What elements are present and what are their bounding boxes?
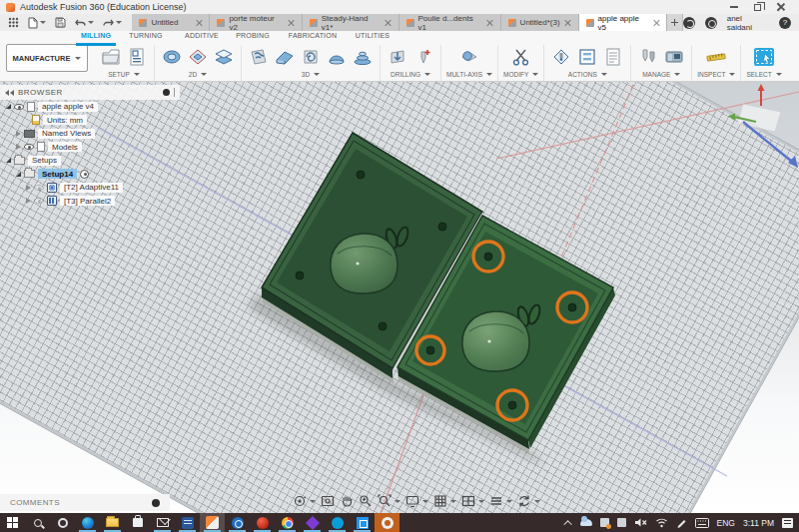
- visibility-eye-icon[interactable]: [24, 144, 34, 150]
- group-label-2d[interactable]: 2D: [189, 71, 207, 78]
- machine-library-button[interactable]: [662, 46, 686, 68]
- tree-item-setups[interactable]: Setups: [0, 154, 180, 168]
- viewports-button[interactable]: [461, 494, 484, 508]
- panel-options-icon[interactable]: [163, 89, 170, 96]
- notification-badge-app-icon[interactable]: [600, 518, 609, 527]
- tree-item-document[interactable]: apple apple v4: [0, 100, 180, 114]
- tree-item-parallel2[interactable]: [T3] Parallel2: [0, 195, 180, 209]
- taskbar-search-button[interactable]: [25, 513, 50, 532]
- fit-button[interactable]: [378, 494, 400, 508]
- modify-scissors-button[interactable]: [509, 46, 533, 68]
- multi-axis-button[interactable]: [457, 46, 481, 68]
- group-label-manage[interactable]: MANAGE: [642, 71, 680, 78]
- collapse-panel-icon[interactable]: [5, 90, 14, 96]
- help-icon[interactable]: ?: [779, 17, 791, 29]
- doc-tab-untitled[interactable]: Untitled: [132, 14, 210, 31]
- tab-close-icon[interactable]: [196, 20, 202, 26]
- tree-item-units[interactable]: Units: mm: [0, 114, 180, 128]
- expand-icon[interactable]: [16, 144, 21, 150]
- grid-snap-button[interactable]: [433, 494, 456, 508]
- notification-icon[interactable]: [705, 17, 717, 29]
- file-menu[interactable]: [28, 17, 46, 29]
- tab-utilities[interactable]: UTILITIES: [348, 32, 398, 43]
- expand-icon[interactable]: [6, 104, 11, 109]
- tab-additive[interactable]: ADDITIVE: [176, 32, 228, 43]
- doc-tab-steady-hand[interactable]: Steady-Hand v1*: [303, 14, 400, 31]
- g1g2-button[interactable]: [575, 46, 599, 68]
- tab-close-icon[interactable]: [386, 20, 392, 26]
- action-center-icon[interactable]: [782, 518, 793, 528]
- taskbar-word[interactable]: [175, 513, 200, 532]
- 3d-pocket-button[interactable]: [273, 46, 297, 68]
- workspace-selector[interactable]: MANUFACTURE: [6, 44, 88, 72]
- taskbar-outlook[interactable]: [225, 513, 250, 532]
- 2d-adaptive-button[interactable]: [160, 46, 184, 68]
- group-label-multi-axis[interactable]: MULTI-AXIS: [446, 71, 492, 78]
- restore-button[interactable]: [754, 4, 761, 11]
- taskbar-red-app[interactable]: [250, 513, 275, 532]
- touch-keyboard-icon[interactable]: [695, 518, 709, 528]
- visibility-eye-icon[interactable]: [14, 104, 24, 110]
- zoom-button[interactable]: [359, 494, 373, 508]
- taskbar-edge[interactable]: [75, 513, 100, 532]
- language-indicator[interactable]: ENG: [717, 518, 735, 528]
- expand-icon[interactable]: [16, 172, 21, 177]
- tray-app-icon[interactable]: [617, 518, 626, 527]
- layout-list-button[interactable]: [489, 494, 512, 508]
- save-icon[interactable]: [55, 17, 66, 28]
- clock[interactable]: 3:11 PM: [743, 518, 774, 528]
- new-tab-button[interactable]: [667, 14, 683, 31]
- tab-probing[interactable]: PROBING: [228, 32, 278, 43]
- 3d-steps-button[interactable]: [351, 46, 375, 68]
- expand-icon[interactable]: [16, 131, 21, 137]
- visibility-eye-icon[interactable]: [34, 185, 44, 191]
- show-hidden-icons[interactable]: [563, 520, 571, 528]
- minimize-button[interactable]: [730, 6, 738, 8]
- group-label-select[interactable]: SELECT: [746, 71, 781, 78]
- select-button[interactable]: [752, 46, 776, 68]
- 3d-viewport[interactable]: BROWSER apple apple v4 Units: mm Named V…: [0, 82, 799, 513]
- taskbar-fusion-360-active[interactable]: [200, 513, 225, 532]
- taskbar-mail[interactable]: [150, 513, 175, 532]
- tree-item-adaptive11[interactable]: [T2] Adaptive11: [0, 181, 180, 195]
- onedrive-icon[interactable]: [580, 519, 592, 526]
- tree-item-setup14[interactable]: Setup14: [0, 168, 180, 182]
- expand-icon[interactable]: [26, 198, 31, 204]
- taskbar-highlighted-app[interactable]: [375, 513, 400, 532]
- group-label-modify[interactable]: MODIFY: [503, 71, 538, 78]
- taskbar-store[interactable]: [125, 513, 150, 532]
- tree-item-models[interactable]: Models: [0, 141, 180, 155]
- tab-fabrication[interactable]: FABRICATION: [282, 32, 344, 43]
- tab-close-icon[interactable]: [653, 20, 659, 26]
- doc-tab-apple-apple-v5[interactable]: apple apple v5: [579, 14, 667, 31]
- redo-button[interactable]: [103, 18, 122, 28]
- measure-button[interactable]: [704, 46, 728, 68]
- comments-options-icon[interactable]: [152, 499, 160, 507]
- refresh-view-button[interactable]: [517, 494, 540, 508]
- tab-close-icon[interactable]: [487, 20, 493, 26]
- taskbar-purple-app[interactable]: [300, 513, 325, 532]
- new-setup-button[interactable]: [99, 46, 123, 68]
- undo-button[interactable]: [75, 18, 94, 28]
- data-panel-icon[interactable]: [8, 17, 19, 28]
- 3d-adaptive-button[interactable]: [247, 46, 271, 68]
- job-status-icon[interactable]: [683, 17, 695, 29]
- drill-button[interactable]: [386, 46, 409, 68]
- network-icon[interactable]: [655, 517, 668, 528]
- tool-library-button[interactable]: [636, 46, 660, 68]
- browser-header[interactable]: BROWSER: [0, 85, 180, 100]
- doc-tab-porte-moteur[interactable]: porte moteur v2: [210, 14, 302, 31]
- tab-milling[interactable]: MILLING: [72, 32, 120, 43]
- bore-button[interactable]: [411, 46, 435, 68]
- active-setup-icon[interactable]: [80, 170, 89, 179]
- close-button[interactable]: [777, 3, 785, 11]
- pan-button[interactable]: [340, 494, 354, 508]
- look-at-button[interactable]: [321, 494, 335, 508]
- group-label-drilling[interactable]: DRILLING: [391, 71, 430, 78]
- doc-tab-poulie[interactable]: Poulie d...dents v1: [400, 14, 501, 31]
- post-process-button[interactable]: [549, 46, 573, 68]
- 3d-morph-button[interactable]: [325, 46, 349, 68]
- group-label-actions[interactable]: ACTIONS: [568, 71, 607, 78]
- gcode-sheet-button[interactable]: [125, 46, 149, 68]
- taskbar-chrome[interactable]: [275, 513, 300, 532]
